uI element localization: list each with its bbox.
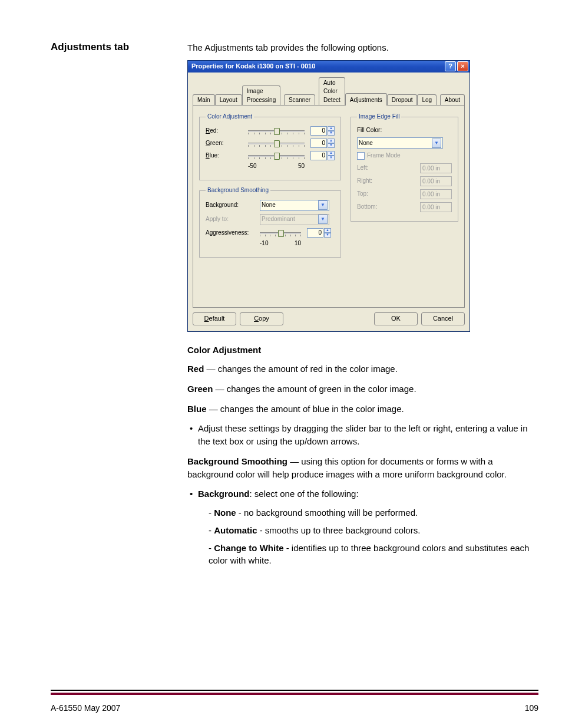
label-left: Left:	[357, 164, 391, 173]
chevron-down-icon: ▼	[432, 139, 441, 148]
ok-button[interactable]: OK	[374, 312, 418, 325]
tab-adjustments[interactable]: Adjustments	[345, 93, 387, 106]
chevron-down-icon: ▼	[318, 200, 328, 210]
tab-log[interactable]: Log	[417, 94, 437, 106]
label-top: Top:	[357, 190, 391, 199]
slider-red[interactable]	[248, 127, 305, 135]
combo-apply-to: Predominant ▼	[260, 214, 329, 225]
tab-layout[interactable]: Layout	[215, 94, 242, 106]
range-min: -10	[260, 239, 268, 248]
group-color-adjustment: Color Adjustment Red: ▲▼	[199, 113, 341, 180]
input-green[interactable]	[310, 139, 327, 148]
copy-button[interactable]: Copy	[240, 312, 283, 325]
close-icon[interactable]: ×	[457, 61, 468, 71]
tab-strip: Main Layout Image Processing Scanner Aut…	[188, 73, 470, 106]
input-top	[420, 189, 452, 199]
label-bottom: Bottom:	[357, 203, 391, 212]
tab-main[interactable]: Main	[193, 94, 215, 106]
spinner-red[interactable]: ▲▼	[328, 126, 335, 136]
input-blue[interactable]	[310, 151, 327, 160]
body-text: Color Adjustment Red — changes the amoun…	[187, 344, 538, 567]
legend-bg-smoothing: Background Smoothing	[206, 186, 270, 195]
chevron-down-icon: ▼	[318, 215, 328, 224]
slider-green[interactable]	[248, 139, 305, 147]
properties-dialog: Properties for Kodak i1300 on STI - 0010…	[187, 60, 470, 332]
combo-fill-color[interactable]: None ▼	[357, 137, 443, 149]
input-red[interactable]	[310, 126, 327, 136]
label-frame-mode: Frame Mode	[367, 151, 401, 160]
tab-image-processing[interactable]: Image Processing	[242, 85, 280, 106]
page-footer: A-61550 May 2007 109	[51, 703, 538, 713]
checkbox-frame-mode	[357, 152, 365, 160]
tab-auto-color-detect[interactable]: Auto Color Detect	[319, 77, 345, 106]
spinner-aggressiveness[interactable]: ▲▼	[324, 228, 331, 238]
range-max: 10	[295, 239, 301, 248]
legend-color-adjustment: Color Adjustment	[206, 113, 254, 121]
dialog-title: Properties for Kodak i1300 on STI - 0010	[191, 62, 444, 71]
default-button[interactable]: Default	[193, 312, 236, 325]
input-bottom	[420, 202, 452, 212]
input-aggressiveness[interactable]	[307, 228, 323, 238]
legend-edge-fill: Image Edge Fill	[357, 113, 401, 121]
intro-text: The Adjustments tab provides the followi…	[187, 41, 538, 54]
label-red: Red:	[206, 127, 248, 136]
range-max: 50	[298, 162, 305, 171]
bullet-adjust: Adjust these settings by dragging the sl…	[198, 422, 538, 448]
spinner-green[interactable]: ▲▼	[328, 139, 335, 148]
cancel-button[interactable]: Cancel	[421, 312, 465, 325]
input-left	[420, 163, 452, 173]
tab-scanner[interactable]: Scanner	[284, 94, 315, 106]
tab-about[interactable]: About	[440, 94, 465, 106]
group-edge-fill: Image Edge Fill Fill Color: None ▼	[351, 113, 458, 222]
input-right	[420, 176, 452, 186]
footer-left: A-61550 May 2007	[51, 703, 120, 713]
label-fill-color: Fill Color:	[357, 126, 391, 135]
tab-panel: Color Adjustment Red: ▲▼	[193, 105, 465, 308]
label-blue: Blue:	[206, 151, 248, 160]
spinner-blue[interactable]: ▲▼	[328, 151, 335, 160]
label-aggressiveness: Aggressiveness:	[206, 229, 260, 238]
slider-aggressiveness[interactable]	[260, 229, 301, 237]
label-apply-to: Apply to:	[206, 215, 260, 224]
range-min: -50	[248, 162, 256, 171]
section-heading: Adjustments tab	[51, 41, 168, 53]
tab-dropout[interactable]: Dropout	[387, 94, 418, 106]
slider-blue[interactable]	[248, 151, 305, 160]
combo-background[interactable]: None ▼	[260, 200, 329, 211]
group-bg-smoothing: Background Smoothing Background: None ▼	[199, 186, 341, 258]
label-green: Green:	[206, 139, 248, 148]
heading-color-adjustment: Color Adjustment	[187, 344, 538, 357]
label-right: Right:	[357, 177, 391, 186]
label-background: Background:	[206, 201, 260, 210]
footer-page-number: 109	[525, 703, 538, 713]
bullet-background: Background: select one of the following:…	[198, 487, 538, 567]
footer-rule	[51, 690, 538, 695]
dialog-titlebar: Properties for Kodak i1300 on STI - 0010…	[188, 61, 470, 73]
help-icon[interactable]: ?	[445, 61, 456, 71]
